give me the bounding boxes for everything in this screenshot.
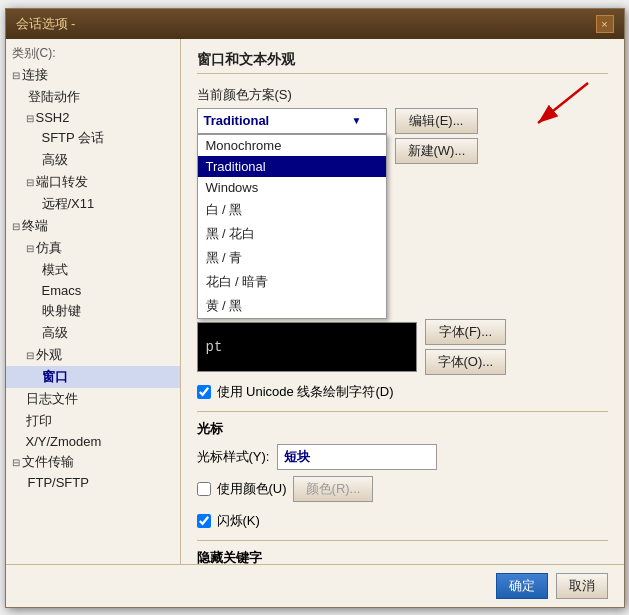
- use-color-checkbox[interactable]: [197, 482, 211, 496]
- dropdown-option-yellow-black[interactable]: 黄 / 黑: [198, 294, 386, 318]
- divider1: [197, 411, 608, 412]
- divider2: [197, 540, 608, 541]
- blink-checkbox[interactable]: [197, 514, 211, 528]
- dropdown-option-traditional[interactable]: Traditional: [198, 156, 386, 177]
- cursor-style-select[interactable]: 短块 下划线 竖线: [277, 444, 437, 470]
- sidebar-item-appearance[interactable]: ⊟外观: [6, 344, 180, 366]
- sidebar-item-emulation[interactable]: ⊟仿真: [6, 237, 180, 259]
- font-preview: pt: [197, 322, 417, 372]
- sidebar-item-terminal[interactable]: ⊟终端: [6, 215, 180, 237]
- blink-label: 闪烁(K): [217, 512, 260, 530]
- unicode-checkbox-label: 使用 Unicode 线条绘制字符(D): [217, 383, 394, 401]
- dropdown-option-windows[interactable]: Windows: [198, 177, 386, 198]
- dropdown-option-black-white[interactable]: 黑 / 花白: [198, 222, 386, 246]
- dialog-window: 会话选项 - × 类别(C): ⊟连接 登陆动作 ⊟SSH2 SFTP 会话 高…: [5, 8, 625, 608]
- edit-button[interactable]: 编辑(E)...: [395, 108, 479, 134]
- sidebar-item-advanced[interactable]: 高级: [6, 149, 180, 171]
- color-button[interactable]: 颜色(R)...: [293, 476, 374, 502]
- arrow-annotation: [508, 78, 598, 133]
- color-scheme-dropdown-list: Monochrome Traditional Windows 白 / 黑 黑 /…: [197, 134, 387, 319]
- font-o-button[interactable]: 字体(O)...: [425, 349, 507, 375]
- bottom-bar: 确定 取消: [6, 564, 624, 607]
- section-title: 窗口和文本外观: [197, 51, 608, 74]
- svg-line-1: [538, 83, 588, 123]
- sidebar-item-window[interactable]: 窗口: [6, 366, 180, 388]
- dropdown-arrow-icon: ▼: [352, 115, 362, 126]
- sidebar-item-print[interactable]: 打印: [6, 410, 180, 432]
- category-header: 类别(C):: [6, 43, 180, 64]
- sidebar: 类别(C): ⊟连接 登陆动作 ⊟SSH2 SFTP 会话 高级 ⊟端口转发 远…: [6, 39, 181, 564]
- use-color-row: 使用颜色(U) 颜色(R)...: [197, 476, 608, 502]
- cancel-button[interactable]: 取消: [556, 573, 608, 599]
- sidebar-item-sftp[interactable]: SFTP 会话: [6, 127, 180, 149]
- sidebar-item-xyzmodem[interactable]: X/Y/Zmodem: [6, 432, 180, 451]
- title-bar: 会话选项 - ×: [6, 9, 624, 39]
- sidebar-item-filetransfer[interactable]: ⊟文件传输: [6, 451, 180, 473]
- unicode-checkbox-row: 使用 Unicode 线条绘制字符(D): [197, 383, 608, 401]
- dropdown-option-black-cyan[interactable]: 黑 / 青: [198, 246, 386, 270]
- sidebar-item-mode[interactable]: 模式: [6, 259, 180, 281]
- unicode-checkbox[interactable]: [197, 385, 211, 399]
- hidden-keyword-title: 隐藏关键字: [197, 549, 608, 564]
- close-button[interactable]: ×: [596, 15, 614, 33]
- sidebar-item-adv2[interactable]: 高级: [6, 322, 180, 344]
- sidebar-item-portfwd[interactable]: ⊟端口转发: [6, 171, 180, 193]
- sidebar-item-connect[interactable]: ⊟连接: [6, 64, 180, 86]
- sidebar-item-keymaps[interactable]: 映射键: [6, 300, 180, 322]
- use-color-label: 使用颜色(U): [217, 480, 287, 498]
- cursor-section-title: 光标: [197, 420, 608, 438]
- dropdown-option-white-darkcyan[interactable]: 花白 / 暗青: [198, 270, 386, 294]
- ok-button[interactable]: 确定: [496, 573, 548, 599]
- dropdown-option-white-black[interactable]: 白 / 黑: [198, 198, 386, 222]
- sidebar-item-ssh2[interactable]: ⊟SSH2: [6, 108, 180, 127]
- color-scheme-dropdown-wrapper: Traditional ▼ Monochrome Traditional Win…: [197, 108, 387, 134]
- sidebar-item-logfile[interactable]: 日志文件: [6, 388, 180, 410]
- sidebar-item-remote[interactable]: 远程/X11: [6, 193, 180, 215]
- sidebar-item-login[interactable]: 登陆动作: [6, 86, 180, 108]
- cursor-style-dropdown-wrapper: 短块 下划线 竖线: [277, 444, 437, 470]
- sidebar-item-emacs[interactable]: Emacs: [6, 281, 180, 300]
- cursor-style-label: 光标样式(Y):: [197, 448, 270, 466]
- dialog-title: 会话选项 -: [16, 15, 76, 33]
- font-f-button[interactable]: 字体(F)...: [425, 319, 507, 345]
- cursor-style-row: 光标样式(Y): 短块 下划线 竖线: [197, 444, 608, 470]
- new-button[interactable]: 新建(W)...: [395, 138, 479, 164]
- content-area: 类别(C): ⊟连接 登陆动作 ⊟SSH2 SFTP 会话 高级 ⊟端口转发 远…: [6, 39, 624, 564]
- dropdown-option-monochrome[interactable]: Monochrome: [198, 135, 386, 156]
- main-panel: 窗口和文本外观 当前颜色方案(S) Traditional ▼ Monochro…: [181, 39, 624, 564]
- blink-row: 闪烁(K): [197, 512, 608, 530]
- cursor-section: 光标 光标样式(Y): 短块 下划线 竖线 使用颜色(U) 颜色(R)...: [197, 420, 608, 530]
- sidebar-item-ftpsftp[interactable]: FTP/SFTP: [6, 473, 180, 492]
- color-scheme-selected[interactable]: Traditional ▼: [197, 108, 387, 134]
- hidden-keyword-section: 隐藏关键字 名称 <无> 编辑(T)... 样式： 反转: [197, 549, 608, 564]
